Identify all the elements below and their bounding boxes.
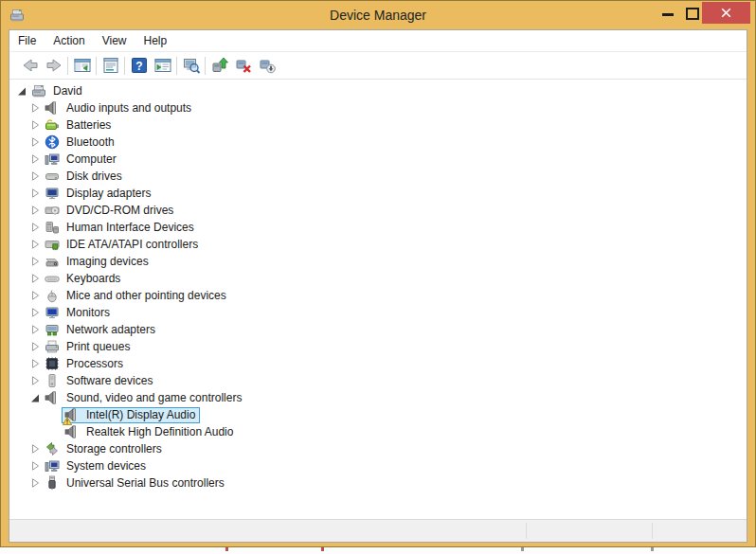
expand-arrow-icon[interactable] — [28, 236, 42, 253]
expand-arrow-icon[interactable] — [28, 372, 42, 389]
tree-item-display-adapters[interactable]: Display adapters — [9, 185, 747, 202]
tree-item-label: Print queues — [65, 340, 131, 353]
row-content: Universal Serial Bus controllers — [42, 475, 229, 491]
expand-arrow-icon[interactable] — [28, 134, 42, 151]
collapse-arrow-icon[interactable] — [28, 389, 42, 406]
scan-for-hardware-changes-button[interactable] — [179, 54, 203, 78]
statusbar-separator — [652, 523, 653, 539]
tree-item-label: Batteries — [65, 118, 112, 132]
tree-item-audio-inputs-and-outputs[interactable]: Audio inputs and outputs — [9, 99, 747, 116]
row-content: Processors — [42, 356, 128, 372]
speaker-icon — [64, 407, 80, 422]
tree-item-imaging-devices[interactable]: Imaging devices — [9, 253, 747, 270]
expand-arrow-icon[interactable] — [28, 338, 42, 355]
expand-arrow-icon[interactable] — [28, 116, 42, 134]
tree-item-storage-controllers[interactable]: Storage controllers — [9, 440, 747, 457]
expand-arrow-icon[interactable] — [28, 253, 42, 270]
tree-item-software-devices[interactable]: Software devices — [9, 372, 747, 389]
close-button[interactable] — [702, 2, 750, 24]
menu-action[interactable]: Action — [45, 30, 93, 51]
svg-text:?: ? — [135, 60, 142, 73]
row-content: Realtek High Definition Audio — [62, 424, 238, 440]
tree-item-computer[interactable]: Computer — [9, 151, 747, 168]
expand-arrow-icon[interactable] — [28, 321, 42, 338]
imaging-device-icon — [45, 254, 60, 269]
help-button[interactable]: ? — [127, 54, 151, 78]
tree-item-dvd-cd-rom-drives[interactable]: DVD/CD-ROM drives — [9, 202, 747, 219]
tree-item-realtek-high-definition-audio[interactable]: Realtek High Definition Audio — [9, 423, 747, 440]
tree-item-label: Imaging devices — [65, 255, 150, 268]
expand-arrow-icon[interactable] — [28, 474, 42, 491]
forward-button[interactable] — [42, 54, 65, 78]
tree-item-david[interactable]: David — [9, 82, 747, 99]
show-console-tree-button[interactable] — [70, 54, 94, 78]
row-content: Display adapters — [42, 186, 155, 202]
collapse-arrow-icon[interactable] — [15, 82, 28, 99]
hid-device-icon — [45, 220, 60, 235]
tree-item-label: Mice and other pointing devices — [65, 289, 227, 302]
ide-controller-icon — [45, 237, 60, 252]
tree-item-bluetooth[interactable]: Bluetooth — [9, 134, 747, 151]
expand-arrow-icon[interactable] — [28, 151, 42, 168]
tree-item-label: Intel(R) Display Audio — [85, 408, 196, 421]
row-content: Network adapters — [42, 322, 160, 338]
expand-arrow-icon[interactable] — [28, 355, 42, 372]
tree-item-intel-r-display-audio[interactable]: Intel(R) Display Audio — [9, 406, 747, 423]
expand-arrow-icon[interactable] — [28, 304, 42, 321]
row-content: Software devices — [42, 373, 157, 389]
row-content: Imaging devices — [42, 254, 153, 270]
expand-arrow-icon[interactable] — [28, 219, 42, 236]
tree-item-sound-video-and-game-controllers[interactable]: Sound, video and game controllers — [9, 389, 747, 406]
tree-item-label: Universal Serial Bus controllers — [65, 476, 225, 490]
title-bar[interactable]: Device Manager — [1, 1, 755, 29]
maximize-button[interactable] — [686, 8, 699, 20]
usb-controller-icon — [45, 475, 60, 491]
expand-arrow-icon[interactable] — [28, 270, 42, 287]
tree-item-processors[interactable]: Processors — [9, 355, 747, 372]
tree-item-human-interface-devices[interactable]: Human Interface Devices — [9, 219, 747, 236]
expand-arrow-icon[interactable] — [28, 185, 42, 202]
back-button[interactable] — [18, 54, 42, 78]
expand-arrow-icon[interactable] — [28, 202, 42, 219]
row-content: Batteries — [42, 117, 116, 134]
row-content: David — [28, 83, 87, 99]
disk-drive-icon — [45, 169, 60, 184]
tree-item-ide-ata-atapi-controllers[interactable]: IDE ATA/ATAPI controllers — [9, 236, 747, 253]
speaker-icon — [45, 390, 60, 405]
tree-item-system-devices[interactable]: System devices — [9, 457, 747, 474]
uninstall-device-button[interactable] — [231, 54, 255, 78]
expand-arrow-icon[interactable] — [28, 168, 42, 185]
expand-arrow-icon[interactable] — [28, 287, 42, 304]
row-content: Keyboards — [42, 271, 125, 287]
tree-item-keyboards[interactable]: Keyboards — [9, 270, 747, 287]
expand-arrow-icon[interactable] — [28, 440, 42, 457]
menu-help[interactable]: Help — [135, 30, 176, 51]
tree-item-print-queues[interactable]: Print queues — [9, 338, 747, 355]
tree-item-disk-drives[interactable]: Disk drives — [9, 168, 747, 185]
processor-icon — [45, 356, 60, 371]
tree-item-label: Sound, video and game controllers — [65, 391, 243, 404]
tree-item-label: David — [52, 84, 83, 98]
expand-arrow-icon[interactable] — [28, 99, 42, 116]
expand-arrow-icon[interactable] — [28, 457, 42, 474]
desktop-background — [0, 547, 756, 554]
tree-item-label: Storage controllers — [65, 442, 163, 456]
disable-device-button[interactable] — [255, 54, 279, 78]
row-content: Bluetooth — [42, 134, 119, 151]
tree-item-monitors[interactable]: Monitors — [9, 304, 747, 321]
row-content: Computer — [42, 152, 121, 168]
menu-view[interactable]: View — [94, 30, 135, 51]
row-content: IDE ATA/ATAPI controllers — [42, 237, 203, 253]
tree-item-label: Software devices — [65, 374, 153, 387]
tree-item-batteries[interactable]: Batteries — [9, 116, 747, 134]
statusbar-separator — [526, 523, 527, 539]
tree-item-mice-and-other-pointing-devices[interactable]: Mice and other pointing devices — [9, 287, 747, 304]
minimize-button[interactable] — [662, 13, 674, 16]
update-driver-button[interactable] — [207, 54, 231, 78]
menu-file[interactable]: File — [9, 30, 45, 51]
tree-item-universal-serial-bus-controllers[interactable]: Universal Serial Bus controllers — [9, 474, 747, 491]
properties-button[interactable] — [99, 54, 122, 78]
toolbar-separator — [176, 57, 177, 75]
tree-item-network-adapters[interactable]: Network adapters — [9, 321, 747, 338]
show-action-pane-button[interactable] — [151, 54, 174, 78]
